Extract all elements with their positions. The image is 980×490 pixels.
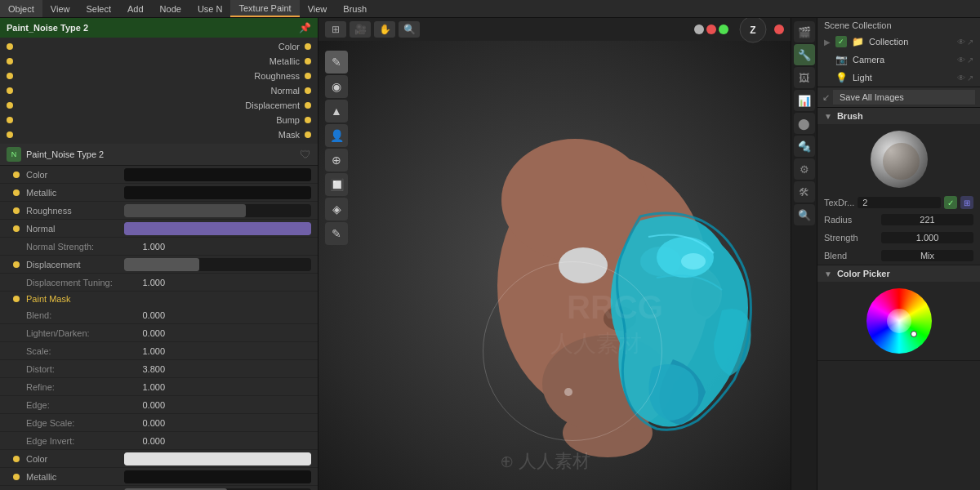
prop2-roughness[interactable]: Roughness (0, 486, 318, 490)
prop-dot-color (13, 172, 20, 178)
prop-blend[interactable]: Blend: 0.000 (0, 306, 318, 324)
prop-displacement-tuning[interactable]: Displacement Tuning: 1.000 (0, 274, 318, 292)
rp-value-strength[interactable]: 1.000 (881, 232, 973, 243)
save-all-row: ↙ Save All Images (817, 87, 980, 108)
ri-icon-search[interactable]: 🔍 (794, 204, 815, 225)
socket-bump[interactable]: Bump (0, 113, 318, 127)
tool-fill[interactable]: ◉ (325, 75, 348, 98)
light-eye-icon[interactable]: 👁 (957, 74, 965, 82)
menu-brush[interactable]: Brush (335, 0, 375, 17)
menu-texture-paint[interactable]: Texture Paint (230, 0, 299, 17)
socket-displacement[interactable]: Displacement (0, 98, 318, 113)
color-wheel[interactable] (866, 288, 932, 354)
color-wheel-container[interactable] (817, 282, 980, 360)
tool-paint[interactable]: ✎ (325, 51, 348, 74)
prop-bar-color[interactable] (124, 168, 311, 181)
prop2-bar-color[interactable] (124, 452, 311, 466)
light-select-icon[interactable]: ↗ (967, 74, 973, 82)
texdr-value[interactable]: 2 (858, 197, 941, 208)
viewport[interactable]: ⊞ 🎥 ✋ 🔍 Z ✎ ◉ ▲ 👤 (318, 18, 791, 490)
prop-lighten-darken[interactable]: Lighten/Darken: 0.000 (0, 324, 318, 342)
close-dot[interactable] (774, 24, 784, 34)
prop-normal-strength[interactable]: Normal Strength: 1.000 (0, 238, 318, 256)
menu-object[interactable]: Object (0, 0, 42, 17)
tool-mask[interactable]: ▲ (325, 100, 348, 122)
color-wheel-dot[interactable] (911, 331, 917, 337)
camera-select-icon[interactable]: ↗ (967, 56, 973, 65)
tool-fill2[interactable]: 🔲 (325, 173, 348, 196)
select-icon[interactable]: ↗ (967, 38, 973, 47)
socket-roughness[interactable]: Roughness (0, 69, 318, 83)
outliner-section: Scene Collection ▶ ✓ 📁 Collection 👁 ↗ 📷 … (817, 18, 980, 87)
label-light: Light (853, 73, 872, 82)
prop-edge[interactable]: Edge: 0.000 (0, 396, 318, 414)
prop-bar-roughness[interactable] (124, 204, 311, 217)
texdr-grid[interactable]: ⊞ (960, 196, 973, 209)
rp-value-radius[interactable]: 221 (881, 214, 973, 225)
ri-icon-properties[interactable]: 🔧 (794, 44, 815, 65)
ri-icon-modifier[interactable]: 🔩 (794, 136, 815, 157)
color-picker-header[interactable]: ▼ Color Picker (817, 265, 980, 282)
ri-icon-data[interactable]: 📊 (794, 90, 815, 111)
prop-value-disp-tuning: 1.000 (124, 278, 165, 287)
outliner-light[interactable]: 💡 Light 👁 ↗ (817, 69, 980, 87)
check-collection[interactable]: ✓ (835, 36, 847, 47)
save-all-button[interactable]: Save All Images (833, 90, 975, 105)
prop-roughness[interactable]: Roughness (0, 202, 318, 220)
prop-scale[interactable]: Scale: 1.000 (0, 342, 318, 360)
prop-bar-metallic[interactable] (124, 186, 311, 199)
camera-eye-icon[interactable]: 👁 (957, 56, 965, 65)
camera-icons: 👁 ↗ (957, 56, 973, 65)
rp-value-blend[interactable]: Mix (881, 250, 973, 261)
prop2-metallic[interactable]: Metallic (0, 468, 318, 486)
vp-btn-pan[interactable]: ✋ (374, 21, 395, 38)
texdr-check[interactable]: ✓ (944, 196, 957, 209)
brush-section: ▼ Brush TexDr... 2 ✓ ⊞ (817, 108, 980, 265)
ri-icon-tool[interactable]: 🛠 (794, 181, 815, 203)
prop2-color[interactable]: Color (0, 450, 318, 468)
prop-metallic[interactable]: Metallic (0, 184, 318, 202)
ri-icon-image[interactable]: 🖼 (794, 67, 815, 88)
ri-icon-material[interactable]: ⬤ (794, 113, 815, 134)
prop-bar-normal[interactable] (124, 222, 311, 235)
prop-refine[interactable]: Refine: 1.000 (0, 378, 318, 396)
tool-draw[interactable]: ✎ (325, 222, 348, 245)
prop-color[interactable]: Color (0, 166, 318, 184)
character-viewport[interactable]: RRCG 人人素材 ⊕ 人人素材 (318, 41, 791, 490)
socket-normal[interactable]: Normal (0, 83, 318, 98)
brush-arrow: ▼ (824, 112, 832, 121)
tool-smear[interactable]: 👤 (325, 124, 348, 147)
socket-color[interactable]: Color (0, 39, 318, 54)
socket-metallic[interactable]: Metallic (0, 54, 318, 69)
tool-erase[interactable]: ◈ (325, 198, 348, 220)
outliner-collection[interactable]: ▶ ✓ 📁 Collection 👁 ↗ (817, 33, 980, 51)
collection-icons: 👁 ↗ (957, 38, 973, 47)
prop-edge-scale[interactable]: Edge Scale: 0.000 (0, 414, 318, 432)
menu-usen[interactable]: Use N (189, 0, 231, 17)
ri-icon-render[interactable]: 🎬 (794, 21, 815, 42)
socket-dot-mask (7, 131, 13, 138)
menu-view2[interactable]: View (300, 0, 336, 17)
vp-btn-camera[interactable]: 🎥 (350, 21, 371, 38)
prop-normal[interactable]: Normal (0, 220, 318, 238)
socket-mask[interactable]: Mask (0, 127, 318, 142)
prop-bar-displacement[interactable] (124, 258, 311, 271)
tool-clone[interactable]: ⊕ (325, 149, 348, 172)
prop-distort[interactable]: Distort: 3.800 (0, 360, 318, 378)
menu-node[interactable]: Node (152, 0, 189, 17)
vp-btn-grid[interactable]: ⊞ (325, 21, 346, 38)
vp-btn-zoom[interactable]: 🔍 (399, 21, 420, 38)
prop-edge-invert[interactable]: Edge Invert: 0.000 (0, 432, 318, 450)
rp-blend-row: Blend Mix (817, 247, 980, 265)
section-paint-mask: Paint Mask (0, 292, 318, 306)
node-type-icon: N (7, 147, 21, 162)
menu-view[interactable]: View (42, 0, 78, 17)
outliner-camera[interactable]: 📷 Camera 👁 ↗ (817, 51, 980, 69)
eye-icon[interactable]: 👁 (957, 38, 965, 47)
prop2-bar-metallic[interactable] (124, 470, 311, 483)
prop-displacement[interactable]: Displacement (0, 256, 318, 274)
menu-select[interactable]: Select (78, 0, 119, 17)
menu-add[interactable]: Add (119, 0, 152, 17)
brush-header[interactable]: ▼ Brush (817, 108, 980, 124)
ri-icon-settings[interactable]: ⚙ (794, 158, 815, 180)
